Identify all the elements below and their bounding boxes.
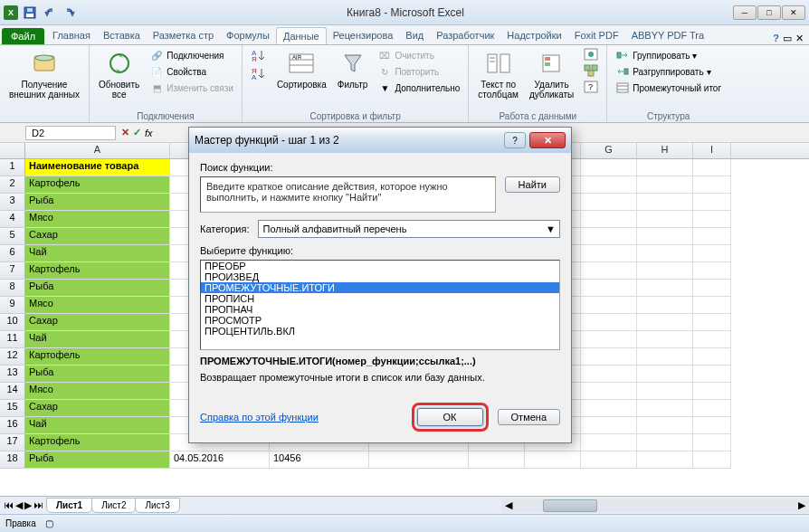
sheet-nav-last-icon[interactable]: ⏭ [33,499,43,511]
undo-icon[interactable] [42,5,58,21]
refresh-all-button[interactable]: Обновить все [95,47,143,101]
tab-вид[interactable]: Вид [399,27,430,44]
row-header[interactable]: 3 [0,194,25,211]
edit-links-button[interactable]: ⬒Изменить связи [147,80,236,96]
cell[interactable]: Рыба [25,280,170,297]
cell[interactable] [693,194,731,211]
function-list-item[interactable]: ПРОПИСН [201,293,559,304]
cell[interactable]: Картофель [25,176,170,194]
cell[interactable] [693,383,731,400]
row-header[interactable]: 8 [0,280,25,297]
tab-надстройки[interactable]: Надстройки [500,27,567,44]
sheet-nav-first-icon[interactable]: ⏮ [4,499,14,511]
file-tab[interactable]: Файл [2,28,44,44]
cell[interactable] [581,245,637,262]
cell[interactable] [581,228,637,245]
cell[interactable] [637,417,693,434]
cell[interactable] [637,194,693,211]
group-button[interactable]: Группировать ▾ [613,47,724,63]
function-list-item[interactable]: ПРОСМОТР [201,315,559,326]
row-header[interactable]: 14 [0,383,25,400]
row-header[interactable]: 10 [0,314,25,331]
row-header[interactable]: 9 [0,297,25,314]
cancel-button[interactable]: Отмена [498,409,560,425]
cell[interactable] [693,434,731,451]
function-list-item[interactable]: ПРОПНАЧ [201,304,559,315]
cell[interactable]: Рыба [25,194,170,211]
cell[interactable]: Мясо [25,383,170,400]
tab-формулы[interactable]: Формулы [220,27,276,44]
scroll-thumb[interactable] [543,499,597,512]
cell[interactable] [525,451,581,469]
cell[interactable] [581,262,637,280]
horizontal-scrollbar[interactable]: ◀ ▶ [501,499,809,513]
cell[interactable] [637,280,693,297]
tab-рецензирова[interactable]: Рецензирова [327,27,400,44]
row-header[interactable]: 12 [0,348,25,366]
row-header[interactable]: 2 [0,176,25,194]
tab-foxit pdf[interactable]: Foxit PDF [568,27,625,44]
cell[interactable] [637,366,693,383]
cell[interactable]: 10456 [270,451,369,469]
function-help-link[interactable]: Справка по этой функции [200,412,319,423]
cell[interactable] [693,314,731,331]
cell[interactable] [581,314,637,331]
cell[interactable] [581,297,637,314]
scroll-left-icon[interactable]: ◀ [501,499,516,511]
sheet-nav-prev-icon[interactable]: ◀ [15,499,23,511]
ok-button[interactable]: ОК [417,408,483,426]
save-icon[interactable] [22,5,38,21]
cell[interactable]: Картофель [25,348,170,366]
cell[interactable] [693,262,731,280]
cell[interactable] [581,383,637,400]
sort-desc-button[interactable]: ЯА [248,65,270,81]
filter-button[interactable]: Фильтр [334,47,372,91]
tab-данные[interactable]: Данные [276,27,327,44]
cell[interactable] [581,194,637,211]
data-validation-button[interactable] [581,47,601,62]
cell[interactable] [693,245,731,262]
sheet-tab[interactable]: Лист3 [135,498,179,513]
tab-abbyy pdf tra[interactable]: ABBYY PDF Tra [625,27,711,44]
text-to-columns-button[interactable]: Текст по столбцам [474,47,522,101]
consolidate-button[interactable] [581,63,601,78]
row-header[interactable]: 18 [0,451,25,469]
tab-вставка[interactable]: Вставка [97,27,147,44]
cell[interactable] [581,211,637,228]
row-header[interactable]: 16 [0,417,25,434]
cell[interactable]: Мясо [25,211,170,228]
cell[interactable] [637,400,693,417]
advanced-filter-button[interactable]: ▼Дополнительно [375,80,462,96]
close-button[interactable]: ✕ [782,5,805,20]
redo-icon[interactable] [62,5,78,21]
cell[interactable] [637,348,693,366]
cell[interactable]: Сахар [25,314,170,331]
row-header[interactable]: 17 [0,434,25,451]
cell[interactable] [693,451,731,469]
tab-разработчик[interactable]: Разработчик [430,27,500,44]
cell[interactable] [693,366,731,383]
cell[interactable] [637,211,693,228]
cell[interactable] [693,211,731,228]
sheet-tab[interactable]: Лист2 [91,498,136,513]
function-list-item[interactable]: ПРОЦЕНТИЛЬ.ВКЛ [201,326,559,337]
tab-разметка стр[interactable]: Разметка стр [147,27,220,44]
ribbon-minimize-icon[interactable]: ▭ [783,33,792,44]
row-header[interactable]: 7 [0,262,25,280]
cell[interactable] [581,331,637,348]
cell[interactable]: Рыба [25,451,170,469]
cell[interactable]: Сахар [25,400,170,417]
ribbon-close-icon[interactable]: ✕ [795,33,804,44]
column-header[interactable]: G [581,143,637,158]
dialog-close-button[interactable]: ✕ [529,132,566,148]
cell[interactable]: Картофель [25,262,170,280]
cell[interactable] [637,331,693,348]
sheet-tab[interactable]: Лист1 [46,498,92,513]
sheet-nav-next-icon[interactable]: ▶ [24,499,32,511]
cell[interactable]: Картофель [25,434,170,451]
cell[interactable] [581,434,637,451]
clear-filter-button[interactable]: ⌧Очистить [375,47,462,63]
cell[interactable] [581,348,637,366]
cell[interactable]: Чай [25,417,170,434]
column-header[interactable]: A [25,143,170,158]
